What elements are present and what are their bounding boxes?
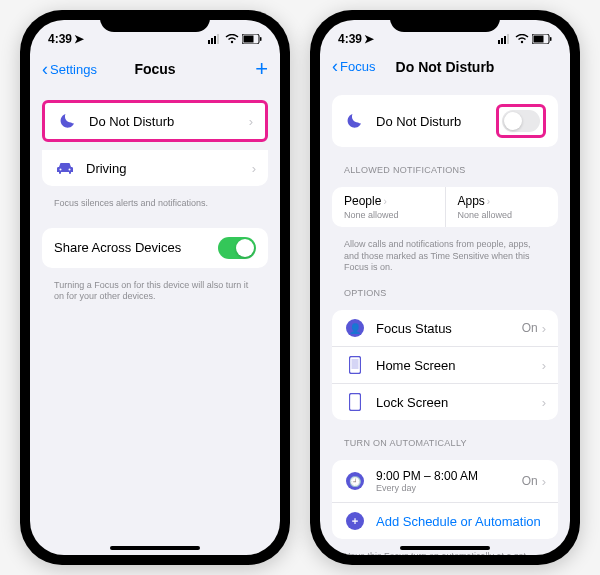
svg-rect-3	[217, 34, 219, 44]
svg-rect-1	[211, 38, 213, 44]
apps-sub: None allowed	[458, 210, 547, 220]
share-label: Share Across Devices	[54, 240, 218, 255]
dnd-toggle-label: Do Not Disturb	[376, 114, 496, 129]
wifi-icon	[225, 34, 239, 44]
chevron-right-icon: ›	[252, 161, 256, 176]
highlight-dnd-row: Do Not Disturb ›	[42, 100, 268, 142]
svg-rect-16	[534, 36, 544, 43]
notch	[100, 10, 210, 32]
schedule-value: On	[522, 474, 538, 488]
battery-icon	[242, 34, 262, 44]
svg-rect-13	[507, 34, 509, 44]
clock-icon: 🕘	[344, 472, 366, 490]
focus-footer: Focus silences alerts and notifications.	[42, 194, 268, 214]
nav-bar: ‹ Focus Do Not Disturb	[320, 50, 570, 85]
screen-focus-list: 4:39 ➤ ‹ Settings Focus +	[30, 20, 280, 555]
lock-screen-row[interactable]: Lock Screen ›	[332, 383, 558, 420]
back-label: Settings	[50, 62, 97, 77]
chevron-right-icon: ›	[249, 114, 253, 129]
home-indicator[interactable]	[400, 546, 490, 550]
location-arrow-icon: ➤	[74, 32, 84, 46]
chevron-right-icon: ›	[383, 196, 386, 207]
status-time: 4:39	[48, 32, 72, 46]
people-cell[interactable]: People› None allowed	[332, 187, 445, 227]
list-item-dnd[interactable]: Do Not Disturb ›	[45, 103, 265, 139]
list-item-driving[interactable]: Driving ›	[42, 150, 268, 186]
car-icon	[54, 161, 76, 175]
svg-point-9	[69, 169, 71, 171]
share-footer: Turning a Focus on for this device will …	[42, 276, 268, 307]
schedule-row[interactable]: 🕘 9:00 PM – 8:00 AM Every day On ›	[332, 460, 558, 502]
nav-bar: ‹ Settings Focus +	[30, 50, 280, 90]
chevron-right-icon: ›	[487, 196, 490, 207]
phone-left: 4:39 ➤ ‹ Settings Focus +	[20, 10, 290, 565]
signal-icon	[498, 34, 512, 44]
allowed-footer: Allow calls and notifications from peopl…	[332, 235, 558, 278]
svg-rect-20	[350, 394, 361, 411]
person-bubble-icon: 👤	[344, 319, 366, 337]
focus-status-value: On	[522, 321, 538, 335]
home-screen-label: Home Screen	[376, 358, 542, 373]
dnd-label: Do Not Disturb	[89, 114, 249, 129]
share-across-row: Share Across Devices	[42, 228, 268, 268]
chevron-right-icon: ›	[542, 321, 546, 336]
plus-circle-icon: ＋	[344, 512, 366, 530]
status-indicators	[208, 34, 262, 44]
back-label: Focus	[340, 59, 375, 74]
chevron-right-icon: ›	[542, 358, 546, 373]
home-screen-row[interactable]: Home Screen ›	[332, 346, 558, 383]
allowed-header: ALLOWED NOTIFICATIONS	[332, 155, 558, 179]
svg-point-8	[60, 169, 62, 171]
svg-rect-7	[260, 37, 262, 41]
wifi-icon	[515, 34, 529, 44]
people-label: People	[344, 194, 381, 208]
status-indicators	[498, 34, 552, 44]
svg-point-4	[231, 41, 233, 43]
svg-rect-19	[352, 359, 359, 369]
status-time: 4:39	[338, 32, 362, 46]
schedule-label: 9:00 PM – 8:00 AM	[376, 469, 522, 483]
apps-label: Apps	[458, 194, 485, 208]
focus-status-row[interactable]: 👤 Focus Status On ›	[332, 310, 558, 346]
chevron-right-icon: ›	[542, 474, 546, 489]
share-toggle[interactable]	[218, 237, 256, 259]
schedule-sub: Every day	[376, 483, 522, 493]
moon-icon	[344, 113, 366, 129]
auto-header: TURN ON AUTOMATICALLY	[332, 428, 558, 452]
chevron-right-icon: ›	[542, 395, 546, 410]
chevron-left-icon: ‹	[332, 56, 338, 77]
page-title: Focus	[134, 61, 175, 77]
home-indicator[interactable]	[110, 546, 200, 550]
dnd-toggle-row: Do Not Disturb	[332, 95, 558, 147]
svg-rect-12	[504, 36, 506, 44]
people-sub: None allowed	[344, 210, 433, 220]
page-title: Do Not Disturb	[396, 59, 495, 75]
home-screen-icon	[344, 356, 366, 374]
add-button[interactable]: +	[208, 56, 268, 82]
back-button[interactable]: ‹ Focus	[332, 56, 392, 77]
add-schedule-label: Add Schedule or Automation	[376, 514, 546, 529]
back-button[interactable]: ‹ Settings	[42, 59, 102, 80]
svg-rect-17	[550, 37, 552, 41]
add-schedule-row[interactable]: ＋ Add Schedule or Automation	[332, 502, 558, 539]
allowed-row: People› None allowed Apps› None allowed	[332, 187, 558, 227]
svg-rect-0	[208, 40, 210, 44]
battery-icon	[532, 34, 552, 44]
signal-icon	[208, 34, 222, 44]
lock-screen-icon	[344, 393, 366, 411]
options-header: OPTIONS	[332, 278, 558, 302]
notch	[390, 10, 500, 32]
phone-right: 4:39 ➤ ‹ Focus Do Not Disturb	[310, 10, 580, 565]
screen-dnd-detail: 4:39 ➤ ‹ Focus Do Not Disturb	[320, 20, 570, 555]
driving-label: Driving	[86, 161, 252, 176]
svg-rect-10	[498, 40, 500, 44]
lock-screen-label: Lock Screen	[376, 395, 542, 410]
apps-cell[interactable]: Apps› None allowed	[445, 187, 559, 227]
location-arrow-icon: ➤	[364, 32, 374, 46]
svg-rect-6	[244, 36, 254, 43]
focus-status-label: Focus Status	[376, 321, 522, 336]
svg-rect-2	[214, 36, 216, 44]
dnd-toggle[interactable]	[502, 110, 540, 132]
moon-icon	[57, 113, 79, 129]
svg-rect-11	[501, 38, 503, 44]
